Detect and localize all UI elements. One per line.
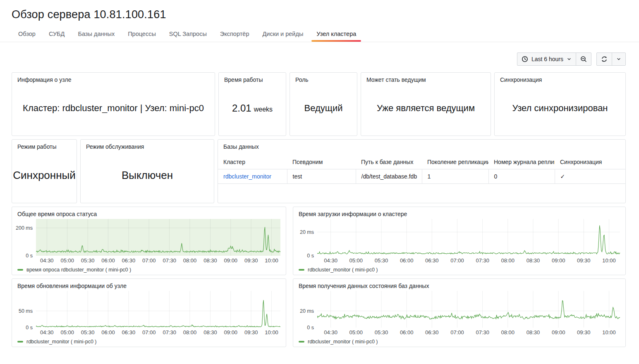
cluster-link[interactable]: rdbcluster_monitor bbox=[223, 173, 271, 180]
promotable-value: Уже является ведущим bbox=[377, 103, 475, 114]
x-tick-label: 06:00 bbox=[101, 329, 115, 335]
chart-legend[interactable]: время опроса rdbcluster_monitor ( mini-p… bbox=[12, 265, 280, 275]
tab-obzor[interactable]: Обзор bbox=[12, 28, 42, 42]
chevron-down-icon bbox=[616, 57, 621, 62]
legend-swatch bbox=[17, 269, 23, 271]
time-series-plot[interactable] bbox=[36, 291, 280, 328]
cell-sync-check: ✓ bbox=[555, 169, 625, 184]
tab-processy[interactable]: Процессы bbox=[121, 28, 163, 42]
col-header-cluster[interactable]: Кластер bbox=[218, 155, 287, 169]
x-tick-label: 04:30 bbox=[324, 329, 337, 335]
panel-uptime: Время работы 2.01weeks bbox=[218, 72, 286, 136]
chart-legend[interactable]: rdbcluster_monitor ( mini-pc0 ) bbox=[12, 337, 280, 347]
x-axis: 04:3005:0005:3006:0006:3007:0007:3008:00… bbox=[36, 256, 280, 265]
x-tick-label: 08:00 bbox=[183, 257, 197, 264]
y-axis: 20 ms 0 s bbox=[293, 291, 317, 328]
legend-label: rdbcluster_monitor ( mini-pc0 ) bbox=[308, 267, 378, 273]
uptime-value: 2.01weeks bbox=[232, 102, 273, 114]
tab-sql-zaprosy[interactable]: SQL Запросы bbox=[163, 28, 213, 42]
x-tick-label: 08:30 bbox=[527, 329, 540, 335]
legend-label: rdbcluster_monitor ( mini-pc0 ) bbox=[308, 339, 378, 345]
y-tick-label: 0 s bbox=[307, 253, 314, 259]
cell-replica-journal: 0 bbox=[488, 169, 555, 184]
panel-title[interactable]: Режим работы bbox=[12, 140, 77, 152]
chart-row-2: Время обновления информации об узле 50 m… bbox=[12, 278, 626, 347]
x-tick-label: 08:00 bbox=[501, 257, 515, 264]
panel-maintenance: Режим обслуживания Выключен bbox=[80, 139, 214, 203]
x-tick-label: 10:00 bbox=[265, 257, 278, 264]
panel-title[interactable]: Время работы bbox=[219, 73, 286, 85]
x-axis: 04:3005:0005:3006:0006:3007:0007:3008:00… bbox=[36, 328, 280, 337]
legend-label: rdbcluster_monitor ( mini-pc0 ) bbox=[26, 339, 97, 345]
x-axis: 04:3005:0005:3006:0006:3007:0007:3008:00… bbox=[317, 328, 620, 337]
tab-bazy-dannyh[interactable]: Базы данных bbox=[71, 28, 121, 42]
time-series-plot[interactable] bbox=[317, 291, 620, 328]
cell-cluster: rdbcluster_monitor bbox=[218, 169, 287, 184]
tab-subd[interactable]: СУБД bbox=[42, 28, 72, 42]
tab-uzel-klastera[interactable]: Узел кластера bbox=[310, 28, 363, 42]
x-tick-label: 04:30 bbox=[324, 257, 337, 264]
sync-value: Узел синхронизирован bbox=[512, 103, 608, 114]
legend-swatch bbox=[17, 341, 23, 343]
x-tick-label: 05:00 bbox=[349, 329, 363, 335]
col-header-alias[interactable]: Псевдоним bbox=[287, 155, 356, 169]
y-tick-label: 200 ms bbox=[16, 225, 33, 231]
x-tick-label: 05:00 bbox=[60, 329, 74, 335]
panel-title[interactable]: Может стать ведущим bbox=[361, 73, 491, 85]
x-tick-label: 10:00 bbox=[265, 329, 278, 335]
time-range-button[interactable]: Last 6 hours bbox=[517, 53, 576, 65]
x-tick-label: 09:00 bbox=[552, 329, 565, 335]
x-tick-label: 09:30 bbox=[577, 257, 591, 264]
x-tick-label: 05:00 bbox=[60, 257, 74, 264]
x-tick-label: 08:30 bbox=[203, 257, 217, 264]
panel-title[interactable]: Время обновления информации об узле bbox=[12, 279, 286, 291]
chevron-down-icon bbox=[567, 57, 572, 62]
panel-title[interactable]: Роль bbox=[290, 73, 357, 85]
legend-swatch bbox=[299, 269, 304, 271]
y-tick-label: 0 s bbox=[26, 325, 33, 331]
tab-diski-i-reydy[interactable]: Диски и рейды bbox=[256, 28, 310, 42]
x-tick-label: 07:00 bbox=[450, 257, 464, 264]
panel-title[interactable]: Информация о узле bbox=[12, 73, 215, 85]
uptime-unit: weeks bbox=[254, 106, 273, 113]
panel-title[interactable]: Базы данных bbox=[218, 140, 625, 152]
x-tick-label: 08:30 bbox=[203, 329, 217, 335]
time-series-plot[interactable] bbox=[36, 219, 280, 256]
panel-title[interactable]: Синхронизация bbox=[495, 73, 625, 85]
panel-chart-node-info-update-time: Время обновления информации об узле 50 m… bbox=[12, 278, 286, 347]
stat-row-2: Режим работы Синхронный Режим обслуживан… bbox=[12, 139, 626, 203]
cell-db-path: /db/test_database.fdb bbox=[356, 169, 422, 184]
refresh-interval-button[interactable] bbox=[612, 53, 625, 65]
x-tick-label: 06:30 bbox=[425, 257, 439, 264]
panel-title[interactable]: Время загрузки информации о кластере bbox=[293, 207, 625, 219]
x-tick-label: 06:00 bbox=[101, 257, 115, 264]
x-tick-label: 09:00 bbox=[224, 329, 238, 335]
panel-chart-cluster-info-load-time: Время загрузки информации о кластере 20 … bbox=[293, 207, 626, 275]
col-header-replica-generation[interactable]: Поколение репликации bbox=[422, 155, 488, 169]
panel-title[interactable]: Общее время опроса статуса bbox=[12, 207, 286, 219]
table-header-row: Кластер Псевдоним Путь к базе данных Пок… bbox=[218, 155, 625, 169]
panel-title[interactable]: Время получения данных состояния баз дан… bbox=[293, 279, 625, 291]
x-tick-label: 05:00 bbox=[349, 257, 363, 264]
refresh-button[interactable] bbox=[597, 53, 612, 65]
tab-exporter[interactable]: Экспортёр bbox=[213, 28, 256, 42]
refresh-icon bbox=[601, 56, 608, 62]
x-tick-label: 10:00 bbox=[602, 329, 616, 335]
time-series-plot[interactable] bbox=[317, 219, 620, 256]
panel-title[interactable]: Режим обслуживания bbox=[81, 140, 214, 152]
col-header-replica-journal[interactable]: Номер журнала репликации bbox=[488, 155, 555, 169]
chart-legend[interactable]: rdbcluster_monitor ( mini-pc0 ) bbox=[293, 337, 620, 347]
x-tick-label: 04:30 bbox=[40, 257, 54, 264]
zoom-out-button[interactable] bbox=[576, 53, 591, 65]
chart-legend[interactable]: rdbcluster_monitor ( mini-pc0 ) bbox=[293, 265, 620, 275]
y-tick-label: 20 ms bbox=[300, 229, 314, 235]
time-controls: Last 6 hours bbox=[12, 52, 626, 66]
table-row: rdbcluster_monitor test /db/test_databas… bbox=[218, 169, 625, 184]
col-header-db-path[interactable]: Путь к базе данных bbox=[356, 155, 422, 169]
zoom-out-icon bbox=[580, 56, 587, 62]
x-tick-label: 05:30 bbox=[81, 257, 95, 264]
x-tick-label: 07:30 bbox=[476, 257, 489, 264]
panel-node-info: Информация о узле Кластер: rdbcluster_mo… bbox=[12, 72, 215, 136]
col-header-sync[interactable]: Синхронизация bbox=[555, 155, 625, 169]
x-tick-label: 06:00 bbox=[400, 257, 414, 264]
